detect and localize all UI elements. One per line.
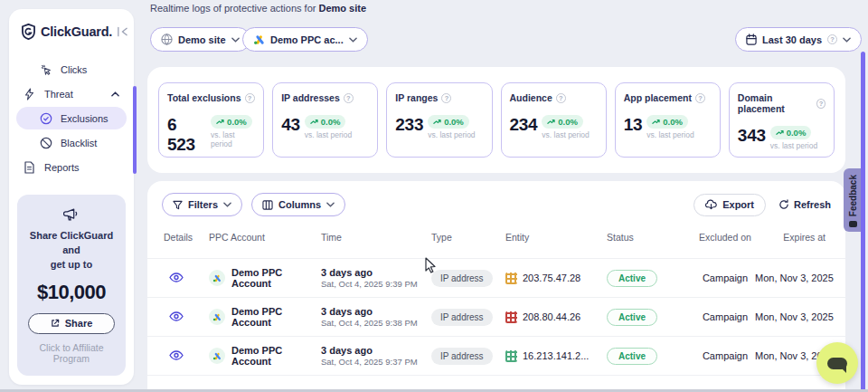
col-header-time[interactable]: Time [321,232,431,244]
stat-label: App placement [624,92,692,103]
stat-card-app-placement: App placement 13 0.0% vs. last period [615,82,721,158]
stat-value: 6 523 [167,115,206,155]
sidebar-item-label: Blacklist [61,138,97,148]
stat-period-label: vs. last period [646,130,693,139]
affiliate-promo-card[interactable]: Share ClickGuard and get up to $10,000 S… [17,195,126,376]
stat-period-label: vs. last period [770,141,817,150]
export-button[interactable]: Export [693,194,766,216]
page-subtitle-site: Demo site [318,3,366,14]
stat-value: 43 [281,115,300,135]
status-badge: Active [607,309,657,326]
info-icon[interactable] [695,93,705,103]
stat-value: 343 [738,126,766,146]
trend-up-icon [776,129,784,136]
page-scrollbar[interactable] [861,52,865,392]
globe-icon [161,33,173,45]
type-badge: IP address [431,348,493,365]
col-header-excluded-on[interactable]: Excluded on [695,232,755,244]
col-header-expires-at[interactable]: Expires at [755,232,831,244]
ip-identicon [505,311,517,323]
share-button[interactable]: Share [28,313,115,334]
time-cell: 3 days ago Sat, Oct 4, 2025 9:38 PM [321,306,431,328]
sidebar-item-label: Clicks [61,64,87,75]
sidebar-collapse-icon[interactable] [117,26,128,37]
site-selector-dropdown[interactable]: Demo site [150,27,250,52]
google-ads-icon [209,270,225,286]
details-eye-icon[interactable] [164,350,184,360]
excluded-on-cell: Campaign [695,350,755,361]
google-ads-icon [209,309,225,325]
refresh-button[interactable]: Refresh [778,199,831,210]
col-header-entity[interactable]: Entity [505,232,607,244]
info-icon [827,34,837,44]
document-icon [24,161,36,174]
stats-panel: Total exclusions 6 523 0.0% vs. last per… [147,67,845,173]
trend-badge: 0.0% [305,115,346,129]
site-selector-value: Demo site [178,34,226,45]
stat-period-label: vs. last period [211,130,255,148]
ppc-account-cell: Demo PPC Account [209,306,321,328]
sidebar-item-exclusions[interactable]: Exclusions [16,107,127,129]
status-badge: Active [607,348,657,365]
sidebar-scrollbar[interactable] [133,86,137,174]
table-row[interactable]: Demo PPC Account 3 days ago Sat, Oct 4, … [147,298,845,337]
excluded-on-cell: Campaign [695,272,755,283]
promo-text-line1: Share ClickGuard and [24,229,118,258]
ip-identicon [505,272,517,284]
refresh-icon [778,199,789,210]
filters-button[interactable]: Filters [162,193,242,216]
type-badge: IP address [431,309,493,326]
info-icon[interactable] [441,93,451,103]
details-eye-icon[interactable] [164,272,184,282]
col-header-ppc-account[interactable]: PPC Account [209,232,321,244]
col-header-status[interactable]: Status [607,232,695,244]
sidebar-item-reports[interactable]: Reports [16,156,127,178]
exclusions-table-panel: Filters Columns Export Refresh Details P… [147,181,845,392]
info-icon[interactable] [556,93,566,103]
table-row[interactable]: Demo PPC Account 3 days ago Sat, Oct 4, … [147,259,845,298]
stat-value: 13 [624,115,643,135]
chat-widget-button[interactable] [816,342,858,384]
sidebar-item-label: Threat [44,89,73,100]
export-button-label: Export [722,199,754,210]
export-download-icon [705,199,717,210]
affiliate-link-text[interactable]: Click to Affiliate Program [24,342,118,364]
ppc-account-selector-value: Demo PPC ac... [270,34,344,45]
info-icon[interactable] [816,99,826,109]
trend-badge: 0.0% [211,115,252,129]
page-subtitle: Realtime logs of protective actions for … [150,3,366,14]
status-badge: Active [607,270,657,287]
refresh-button-label: Refresh [794,199,831,210]
google-ads-icon [253,34,265,45]
date-range-dropdown[interactable]: Last 30 days [735,27,862,52]
promo-amount: $10,000 [24,281,118,304]
columns-icon [262,200,273,210]
info-icon[interactable] [245,93,255,103]
table-row[interactable]: Demo PPC Account 3 days ago Sat, Oct 4, … [147,337,845,376]
col-header-type[interactable]: Type [431,232,505,244]
date-range-value: Last 30 days [762,34,822,45]
ppc-account-selector-dropdown[interactable]: Demo PPC ac... [242,27,368,52]
sidebar-item-blacklist[interactable]: Blacklist [16,131,127,154]
entity-cell: 208.80.44.26 [505,311,607,323]
details-eye-icon[interactable] [164,311,184,321]
feedback-tab[interactable]: Feedback [844,168,862,232]
table-toolbar: Filters Columns Export Refresh [147,192,845,217]
col-header-details[interactable]: Details [164,232,209,244]
chevron-up-icon[interactable] [111,91,119,97]
sidebar-item-threat[interactable]: Threat [16,82,127,105]
stat-value: 233 [395,115,423,135]
sidebar-item-label: Reports [44,162,80,173]
stat-label: Audience [510,92,552,103]
stat-period-label: vs. last period [305,130,352,139]
trend-badge: 0.0% [542,115,583,129]
columns-button[interactable]: Columns [251,193,345,216]
stat-period-label: vs. last period [428,130,475,139]
google-ads-icon [209,348,225,364]
stat-card-ip-addresses: IP addresses 43 0.0% vs. last period [272,82,378,158]
info-icon[interactable] [344,93,354,103]
time-cell: 3 days ago Sat, Oct 4, 2025 9:37 PM [321,345,431,367]
trend-badge: 0.0% [646,115,688,129]
sidebar-item-clicks[interactable]: Clicks [16,58,127,81]
stat-label: IP addresses [281,92,340,103]
